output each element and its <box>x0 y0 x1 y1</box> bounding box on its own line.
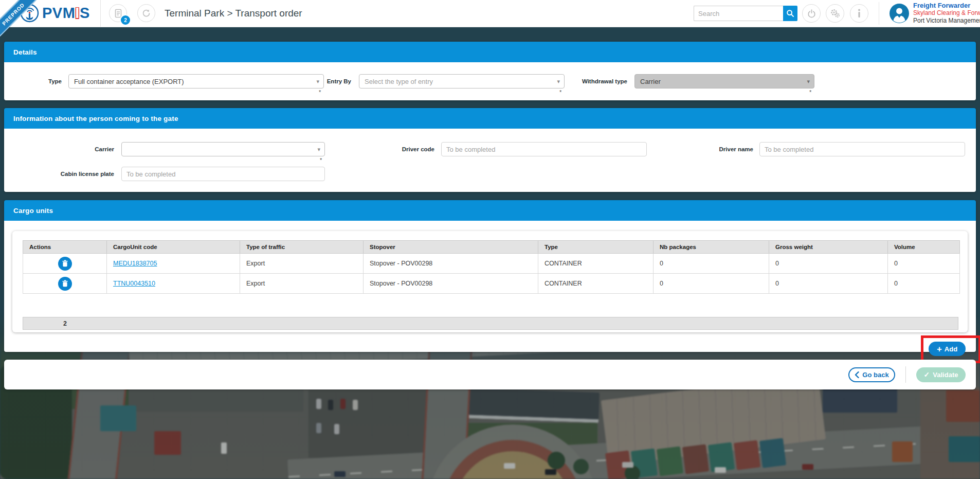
brand-wordmark: PVMIS <box>42 5 90 22</box>
col-cargounit-code: CargoUnit code <box>107 241 240 254</box>
logout-button[interactable] <box>802 4 821 23</box>
user-divider <box>879 2 879 25</box>
entry-by-select[interactable]: Select the type of entry ▾ <box>359 74 565 88</box>
col-stopover: Stopover <box>364 241 538 254</box>
validate-button[interactable]: ✓ Validate <box>916 367 966 382</box>
user-company: Skyland Clearing & Forwarding <box>913 9 980 17</box>
type-select[interactable]: Full container acceptance (EXPORT) ▾ <box>68 74 324 88</box>
cargo-units-title: Cargo units <box>13 207 53 215</box>
row-count: 2 <box>23 317 107 329</box>
user-organization: Port Victoria Management <box>913 17 980 25</box>
col-actions: Actions <box>23 241 107 254</box>
gate-info-section: Information about the person coming to t… <box>4 108 976 192</box>
cargounit-link[interactable]: MEDU1838705 <box>113 260 157 267</box>
withdrawal-required-marker: * <box>809 89 811 95</box>
col-volume: Volume <box>888 241 960 254</box>
gate-info-section-header: Information about the person coming to t… <box>4 108 976 129</box>
cargo-units-table: Actions CargoUnit code Type of traffic S… <box>23 240 960 294</box>
documents-count-badge: 2 <box>120 14 131 26</box>
info-button[interactable] <box>850 4 868 23</box>
info-icon <box>857 9 861 18</box>
search-button[interactable] <box>783 6 797 21</box>
carrier-select[interactable]: ▾ <box>121 142 325 156</box>
cargo-units-section: Cargo units Actions CargoUnit code Type … <box>4 200 976 352</box>
delete-row-button[interactable] <box>58 277 72 291</box>
cabin-license-plate-input[interactable] <box>121 167 325 181</box>
plus-icon: + <box>937 345 942 353</box>
col-gross-weight: Gross weight <box>769 241 888 254</box>
type-required-marker: * <box>319 89 321 95</box>
cargo-units-section-header: Cargo units <box>4 200 976 221</box>
transport-order-page: PVMIS 2 Terminal Park > Transport order <box>0 0 980 479</box>
cargounit-link[interactable]: TTNU0043510 <box>113 280 155 287</box>
type-label: Type <box>4 78 62 85</box>
cargo-units-table-card: Actions CargoUnit code Type of traffic S… <box>12 231 968 332</box>
gears-icon <box>830 8 840 19</box>
withdrawal-type-select: Carrier ▾ <box>634 74 814 88</box>
driver-code-label: Driver code <box>357 146 434 153</box>
chevron-down-icon: ▾ <box>317 146 320 153</box>
table-footer-row: 2 <box>23 317 958 330</box>
withdrawal-type-label: Withdrawal type <box>570 78 627 85</box>
go-back-button[interactable]: Go back <box>848 367 895 382</box>
carrier-label: Carrier <box>37 146 114 153</box>
add-cargo-unit-button[interactable]: + Add <box>929 342 966 356</box>
check-icon: ✓ <box>924 370 930 379</box>
entry-by-label: Entry By <box>295 78 351 85</box>
driver-code-input[interactable] <box>441 142 647 156</box>
gate-info-title: Information about the person coming to t… <box>13 115 178 122</box>
breadcrumb: Terminal Park > Transport order <box>165 0 302 27</box>
details-title: Details <box>13 48 37 56</box>
table-row: MEDU1838705 Export Stopover - POV00298 C… <box>23 254 960 274</box>
refresh-button[interactable] <box>137 4 155 22</box>
table-header-row: Actions CargoUnit code Type of traffic S… <box>23 241 960 254</box>
global-search <box>694 6 795 21</box>
details-section-header: Details <box>4 42 976 62</box>
delete-row-button[interactable] <box>58 257 72 271</box>
bottom-action-bar: Go back ✓ Validate <box>4 360 976 389</box>
user-identity[interactable]: Freight Forwarder Skyland Clearing & For… <box>913 2 980 25</box>
settings-button[interactable] <box>826 4 844 23</box>
button-divider <box>905 366 906 383</box>
user-avatar-icon[interactable] <box>890 4 909 25</box>
col-type-of-traffic: Type of traffic <box>240 241 364 254</box>
driver-name-input[interactable] <box>759 142 965 156</box>
driver-name-label: Driver name <box>676 146 753 153</box>
header-divider <box>100 0 101 27</box>
chevron-down-icon: ▾ <box>557 78 560 85</box>
chevron-left-icon <box>855 371 859 378</box>
search-icon <box>786 9 794 17</box>
table-row: TTNU0043510 Export Stopover - POV00298 C… <box>23 274 960 294</box>
chevron-down-icon: ▾ <box>807 78 810 85</box>
entry-by-required-marker: * <box>559 89 561 95</box>
power-icon <box>807 9 816 18</box>
cabin-license-plate-label: Cabin license plate <box>37 171 114 178</box>
details-section: Details Type Full container acceptance (… <box>4 42 976 100</box>
col-nb-packages: Nb packages <box>654 241 769 254</box>
user-role: Freight Forwarder <box>913 2 980 9</box>
trash-icon <box>62 280 68 287</box>
search-input[interactable] <box>694 6 783 21</box>
col-type: Type <box>538 241 654 254</box>
refresh-icon <box>142 9 151 17</box>
top-header-bar: PVMIS 2 Terminal Park > Transport order <box>0 0 980 27</box>
trash-icon <box>62 260 68 267</box>
carrier-required-marker: * <box>320 157 322 163</box>
